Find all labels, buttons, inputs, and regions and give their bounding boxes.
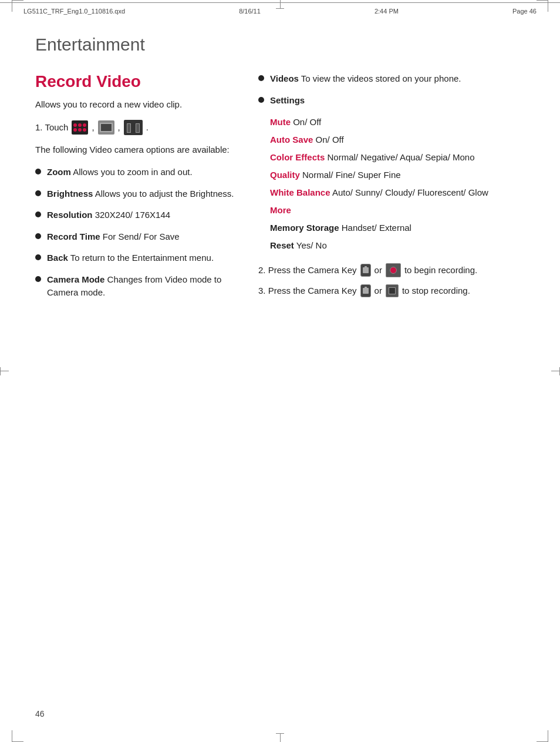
svg-rect-2 — [363, 288, 369, 294]
step3-or: or — [375, 284, 382, 298]
crop-mark-top-right — [537, 0, 548, 12]
side-cross-right — [551, 367, 560, 375]
white-balance-value: Auto/ Sunny/ Cloudy/ Fluorescent/ Glow — [332, 187, 488, 197]
record-circle — [390, 267, 397, 274]
bullet-resolution: Resolution 320X240/ 176X144 — [35, 209, 235, 222]
bullet-camera-mode-text: Camera Mode Changes from Video mode to C… — [47, 273, 235, 300]
settings-color-effects: Color Effects Normal/ Negative/ Aqua/ Se… — [270, 150, 525, 164]
settings-quality: Quality Normal/ Fine/ Super Fine — [270, 168, 525, 182]
bold-videos: Videos — [270, 73, 299, 83]
icon-rect-box — [98, 120, 114, 135]
memory-storage-value: Handset/ External — [342, 223, 411, 233]
crop-mark-bottom-right — [537, 730, 548, 742]
bullet-dot-camera-mode — [35, 276, 41, 282]
step2-line: 2. Press the Camera Key or to begin reco… — [258, 263, 525, 277]
mute-value: On/ Off — [293, 117, 321, 127]
quality-value: Normal/ Fine/ Super Fine — [302, 170, 401, 180]
dot5 — [78, 128, 82, 132]
bold-zoom: Zoom — [47, 167, 71, 177]
dot3 — [83, 123, 86, 127]
icon-film — [126, 122, 141, 133]
bullet-videos-text: Videos To view the videos stored on your… — [270, 72, 461, 86]
crop-mark-bottom-left — [12, 730, 23, 742]
bullet-dot-resolution — [35, 211, 41, 217]
touch-line: 1. Touch , , — [35, 120, 235, 135]
page-number: 46 — [35, 709, 45, 719]
bullet-dot-zoom — [35, 169, 41, 174]
comma2: , — [118, 122, 120, 132]
mute-label: Mute — [270, 117, 291, 127]
period: . — [146, 122, 149, 132]
comma1: , — [92, 122, 94, 132]
auto-save-value: On/ Off — [316, 135, 344, 145]
header-filename: LG511C_TRF_Eng1.0_110816.qxd — [23, 8, 125, 15]
stop-square — [389, 287, 396, 294]
bold-camera-mode: Camera Mode — [47, 274, 104, 284]
section-title: Entertainment — [35, 35, 525, 55]
settings-block: Mute On/ Off Auto Save On/ Off Color Eff… — [258, 115, 525, 253]
left-column: Record Video Allows you to record a new … — [35, 72, 235, 308]
dot6 — [83, 128, 86, 132]
dot2 — [78, 123, 82, 127]
color-effects-label: Color Effects — [270, 152, 325, 162]
bullet-back-text: Back To return to the Entertainment menu… — [47, 251, 214, 265]
svg-rect-3 — [365, 287, 367, 288]
svg-rect-1 — [365, 266, 367, 268]
page-content: Entertainment Record Video Allows you to… — [0, 17, 560, 331]
bullet-dot-back — [35, 254, 41, 260]
center-cross-bottom — [276, 733, 284, 742]
bullet-brightness: Brightness Allows you to adjust the Brig… — [35, 187, 235, 201]
bullet-dot-settings — [258, 97, 264, 103]
bullet-camera-mode: Camera Mode Changes from Video mode to C… — [35, 273, 235, 300]
bullet-videos: Videos To view the videos stored on your… — [258, 72, 525, 86]
touch-label: 1. Touch — [35, 122, 68, 132]
bullet-settings-text: Settings — [270, 94, 305, 108]
stop-icon — [386, 284, 399, 297]
step2-text: 2. Press the Camera Key — [258, 264, 357, 277]
header-page: Page 46 — [512, 8, 537, 15]
intro-text: Allows you to record a new video clip. — [35, 98, 235, 112]
record-video-title: Record Video — [35, 72, 235, 91]
bullet-dot-videos — [258, 75, 264, 81]
left-bullet-list: Zoom Allows you to zoom in and out. Brig… — [35, 166, 235, 300]
settings-memory-storage: Memory Storage Handset/ External — [270, 221, 525, 235]
bold-resolution: Resolution — [47, 210, 93, 220]
svg-rect-0 — [363, 267, 369, 273]
bullet-record-time: Record Time For Send/ For Save — [35, 230, 235, 244]
settings-auto-save: Auto Save On/ Off — [270, 133, 525, 147]
side-cross-left — [0, 367, 9, 375]
dot4 — [73, 128, 77, 132]
bold-record-time: Record Time — [47, 231, 100, 241]
more-label: More — [270, 205, 291, 215]
center-cross-top — [276, 0, 284, 9]
reset-label: Reset — [270, 240, 294, 250]
bold-back: Back — [47, 253, 68, 263]
icon-film-box — [124, 120, 143, 135]
auto-save-label: Auto Save — [270, 135, 313, 145]
camera-key-icon-3 — [360, 284, 371, 297]
bullet-zoom: Zoom Allows you to zoom in and out. — [35, 166, 235, 179]
right-bullet-list: Videos To view the videos stored on your… — [258, 72, 525, 107]
memory-storage-label: Memory Storage — [270, 223, 339, 233]
quality-label: Quality — [270, 170, 300, 180]
header-time: 2:44 PM — [375, 8, 399, 15]
step3-text: 3. Press the Camera Key — [258, 284, 357, 298]
crop-mark-top-left — [12, 0, 23, 12]
dot1 — [73, 123, 77, 127]
bullet-back: Back To return to the Entertainment menu… — [35, 251, 235, 265]
step2-suffix: to begin recording. — [404, 264, 477, 277]
step3-suffix: to stop recording. — [402, 284, 470, 298]
icon-dots-grid — [73, 123, 86, 132]
right-column: Videos To view the videos stored on your… — [258, 72, 525, 308]
camera-key-icon-2 — [360, 264, 371, 277]
settings-white-balance: White Balance Auto/ Sunny/ Cloudy/ Fluor… — [270, 186, 525, 200]
bullet-dot-brightness — [35, 190, 41, 196]
step2-or: or — [375, 264, 382, 277]
bullet-settings: Settings — [258, 94, 525, 108]
bullet-dot-record-time — [35, 233, 41, 239]
bullet-zoom-text: Zoom Allows you to zoom in and out. — [47, 166, 193, 179]
icon-grid — [72, 120, 88, 135]
settings-reset: Reset Yes/ No — [270, 239, 525, 253]
bullet-brightness-text: Brightness Allows you to adjust the Brig… — [47, 187, 234, 201]
bullet-resolution-text: Resolution 320X240/ 176X144 — [47, 209, 170, 222]
